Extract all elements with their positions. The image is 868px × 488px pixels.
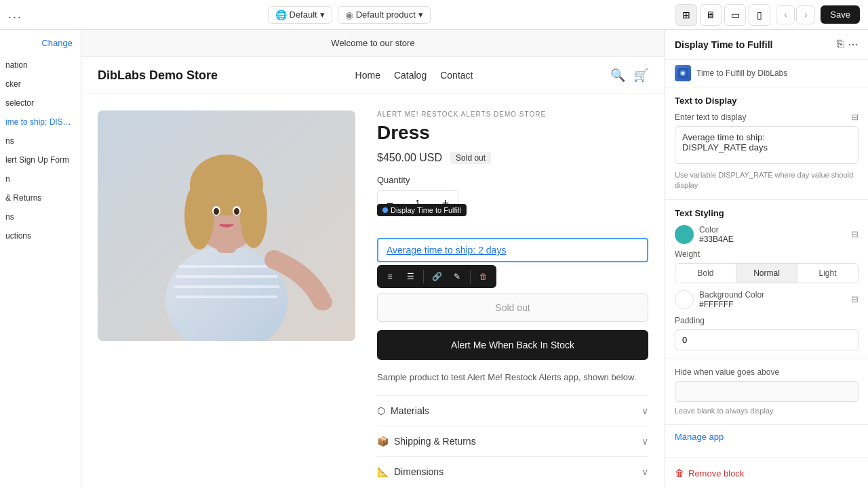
accordion-materials-label: ⬡ Materials xyxy=(377,405,429,416)
hide-input[interactable] xyxy=(675,381,859,402)
manage-app-link[interactable]: Manage app xyxy=(675,432,724,442)
text-label-icon[interactable]: ⊟ xyxy=(852,113,859,122)
store-logo: DibLabs Demo Store xyxy=(98,68,218,83)
theme-dropdown[interactable]: 🌐 Default ▾ xyxy=(268,6,332,24)
nav-catalog[interactable]: Catalog xyxy=(394,70,427,81)
nav-home[interactable]: Home xyxy=(355,70,380,81)
bg-color-options-icon[interactable]: ⊟ xyxy=(851,294,859,304)
product-dropdown[interactable]: ◉ Default product ▾ xyxy=(338,6,431,24)
alert-me-button[interactable]: Alert Me When Back In Stock xyxy=(377,330,648,360)
remove-icon: 🗑 xyxy=(675,468,684,479)
bg-color-row: Background Color #FFFFFF ⊟ xyxy=(675,290,859,309)
product-brand: ALERT ME! RESTOCK ALERTS DEMO STORE xyxy=(377,110,648,118)
store-nav-icons: 🔍 🛒 xyxy=(610,68,648,83)
right-panel: Display Time to Fulfill ⎘ ⋯ Time to Fulf… xyxy=(665,30,868,488)
dimensions-icon: 📐 xyxy=(377,466,389,477)
sold-out-button[interactable]: Sold out xyxy=(377,293,648,322)
dtf-separator2 xyxy=(470,270,471,283)
padding-input[interactable] xyxy=(675,329,859,350)
hide-label: Hide when value goes above xyxy=(675,367,859,377)
sidebar-item-cker[interactable]: cker xyxy=(0,75,81,93)
dtf-delete-button[interactable]: 🗑 xyxy=(475,268,492,285)
product-price: $450.00 USD xyxy=(377,152,442,164)
main-layout: Change nation cker selector ime to ship:… xyxy=(0,30,868,488)
dtf-display[interactable]: Average time to ship: 2 days xyxy=(377,238,648,262)
dtf-align-center-button[interactable]: ☰ xyxy=(401,268,419,285)
accordion-materials[interactable]: ⬡ Materials ∨ xyxy=(377,395,648,426)
product-image xyxy=(98,110,355,341)
color-label: Color xyxy=(699,225,734,235)
dtf-align-left-button[interactable]: ≡ xyxy=(381,268,399,285)
dtf-link-button[interactable]: 🔗 xyxy=(428,268,446,285)
nav-contact[interactable]: Contact xyxy=(440,70,473,81)
panel-spacer xyxy=(665,449,868,458)
topbar-dots-icon[interactable]: ... xyxy=(8,7,22,22)
store-inner: Welcome to our store DibLabs Demo Store … xyxy=(81,30,665,488)
store-nav: DibLabs Demo Store Home Catalog Contact … xyxy=(81,57,665,94)
customize-icon-btn[interactable]: ⊞ xyxy=(675,4,697,26)
text-to-display-title: Text to Display xyxy=(675,96,859,106)
sidebar-item-returns[interactable]: & Returns xyxy=(0,189,81,207)
svg-point-9 xyxy=(184,182,214,249)
tablet-icon-btn[interactable]: ▭ xyxy=(724,4,746,26)
accordion-dimensions[interactable]: 📐 Dimensions ∨ xyxy=(377,456,648,487)
color-swatch[interactable] xyxy=(675,225,694,244)
sidebar-items: nation cker selector ime to ship: DISPL.… xyxy=(0,56,81,245)
product-description: Sample product to test Alert Me! Restock… xyxy=(377,371,648,384)
store-area: Welcome to our store DibLabs Demo Store … xyxy=(81,30,665,488)
dtf-edit-button[interactable]: ✎ xyxy=(448,268,466,285)
enter-text-label: Enter text to display ⊟ xyxy=(675,113,859,122)
dtf-separator xyxy=(423,270,424,283)
product-title: Dress xyxy=(377,122,648,144)
weight-group: Bold Normal Light xyxy=(675,263,859,283)
sidebar-item-nation[interactable]: nation xyxy=(0,56,81,74)
sidebar-item-ns2[interactable]: ns xyxy=(0,208,81,226)
weight-light-button[interactable]: Light xyxy=(797,264,858,283)
text-to-display-input[interactable]: Average time to ship: DISPLAY_RATE days xyxy=(675,126,859,164)
topbar-left: ... xyxy=(8,7,22,22)
save-button[interactable]: Save xyxy=(821,5,860,24)
store-banner: Welcome to our store xyxy=(81,30,665,57)
weight-normal-button[interactable]: Normal xyxy=(736,264,797,283)
quantity-label: Quantity xyxy=(377,175,648,185)
hide-hint: Leave blank to always display xyxy=(675,406,859,416)
monitor-icon-btn[interactable]: 🖥 xyxy=(700,4,722,26)
color-info: Color #33B4AE xyxy=(699,225,734,244)
dtf-tooltip-dot xyxy=(382,207,388,213)
bg-color-value: #FFFFFF xyxy=(699,300,764,309)
color-row: Color #33B4AE ⊟ xyxy=(675,225,859,244)
sidebar-item-uctions[interactable]: uctions xyxy=(0,227,81,245)
sidebar-item-alert-sign-up[interactable]: lert Sign Up Form xyxy=(0,151,81,169)
mobile-icon-btn[interactable]: ▯ xyxy=(749,4,770,26)
sidebar-item-ns[interactable]: ns xyxy=(0,132,81,150)
forward-arrow[interactable]: › xyxy=(796,5,815,24)
weight-section: Weight Bold Normal Light xyxy=(675,249,859,283)
app-name-label: Time to Fulfill by DibLabs xyxy=(696,68,787,78)
topbar: ... 🌐 Default ▾ ◉ Default product ▾ ⊞ 🖥 … xyxy=(0,0,868,30)
remove-block-button[interactable]: 🗑 Remove block xyxy=(675,468,744,479)
search-icon[interactable]: 🔍 xyxy=(610,68,625,83)
panel-more-icon[interactable]: ⋯ xyxy=(848,38,859,51)
change-button[interactable]: Change xyxy=(0,38,81,56)
weight-bold-button[interactable]: Bold xyxy=(675,264,736,283)
product-chevron-icon: ▾ xyxy=(418,9,423,20)
bg-color-swatch[interactable] xyxy=(675,290,694,309)
remove-label: Remove block xyxy=(688,468,744,479)
svg-point-14 xyxy=(234,208,239,215)
theme-dropdown-label: Default xyxy=(290,9,317,20)
sidebar-item-time-to-ship[interactable]: ime to ship: DISPL... xyxy=(0,113,81,131)
text-styling-title: Text Styling xyxy=(675,208,859,218)
back-arrow[interactable]: ‹ xyxy=(776,5,795,24)
padding-label: Padding xyxy=(675,316,859,325)
cart-icon[interactable]: 🛒 xyxy=(633,68,648,83)
svg-point-18 xyxy=(682,72,684,75)
panel-copy-icon[interactable]: ⎘ xyxy=(837,38,844,51)
panel-header: Display Time to Fulfill ⎘ ⋯ xyxy=(665,30,868,60)
sidebar-item-selector[interactable]: selector xyxy=(0,94,81,112)
shipping-chevron: ∨ xyxy=(642,436,648,447)
svg-point-10 xyxy=(240,183,267,248)
accordion-shipping[interactable]: 📦 Shipping & Returns ∨ xyxy=(377,426,648,456)
sidebar-item-n[interactable]: n xyxy=(0,170,81,188)
color-options-icon[interactable]: ⊟ xyxy=(851,229,859,239)
padding-section: Padding xyxy=(675,316,859,350)
